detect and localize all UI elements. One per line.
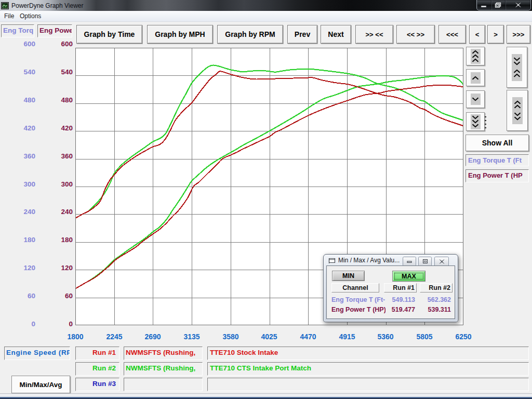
chevron-down-icon [471,94,481,105]
dialog-close-icon [439,259,445,264]
y-tick-torque-300: 300 [9,181,35,188]
prev-button[interactable]: Prev [287,25,317,44]
x-tick-4025: 4025 [251,333,287,340]
step-right-button[interactable]: > [487,25,504,44]
dialog-header-channel[interactable]: Channel [331,283,379,292]
operator-box-2[interactable]: NWMSFTS (Rushing, [124,362,203,376]
y-tick-power-420: 420 [47,125,73,132]
close-button[interactable] [506,0,531,10]
x-tick-5360: 5360 [367,333,404,340]
y-tick-power-480: 480 [47,97,73,104]
maximize-icon [495,2,501,8]
y-tick-torque-240: 240 [9,208,35,216]
tab-eng-power[interactable]: Eng Powe [37,24,72,37]
y-tick-power-0: 0 [47,321,73,328]
scroll-top-button[interactable] [466,47,485,65]
triple-chevron-down-icon [471,114,481,129]
x-tick-6250: 6250 [445,333,482,340]
oscilloscope-app-icon [1,2,9,9]
run-label-box-1[interactable]: Run #1 [75,347,119,360]
y-tick-torque-600: 600 [9,41,35,48]
clipped-control-artifact [485,116,486,129]
y-tick-torque-540: 540 [9,69,35,76]
app-window: PowerDyne Graph Viewer FileOptions Eng T… [0,0,532,399]
x-tick-2245: 2245 [96,333,132,340]
x-tick-5805: 5805 [406,333,443,340]
comment-box-3[interactable] [207,378,529,391]
focus-outline [394,273,423,280]
close-icon [515,2,522,8]
minimize-icon [481,3,487,8]
expand-vertical-button[interactable] [507,90,528,131]
tab-eng-torque[interactable]: Eng Torq [1,24,34,37]
show-all-button[interactable]: Show All [466,135,529,151]
dialog-header-run-1[interactable]: Run #1 [384,283,417,292]
comment-box-2[interactable]: TTE710 CTS Intake Port Match [207,362,529,376]
next-button[interactable]: Next [321,25,351,44]
x-tick-2690: 2690 [135,333,171,340]
dialog-row-run2-value-1: 562.362 [420,296,451,303]
run-label-box-2[interactable]: Run #2 [75,362,119,376]
fast-right-button[interactable]: >>> [507,25,530,44]
step-left-button[interactable]: < [469,25,485,44]
run-label-box-3[interactable]: Run #3 [75,378,119,391]
y-tick-power-180: 180 [47,236,73,244]
y-tick-torque-120: 120 [9,264,35,272]
graph-by-time-button[interactable]: Graph by Time [76,25,142,44]
expand-vertical-icon [512,97,523,124]
dialog-row-channel-1: Eng Torque T (Ft- [331,296,385,303]
y-tick-power-540: 540 [47,69,73,76]
dialog-row-run1-value-2: 519.477 [384,306,415,313]
form-window-icon [328,257,336,264]
x-tick-3580: 3580 [212,333,249,340]
min-max-avg-button[interactable]: Min/Max/Avg [11,376,70,393]
dialog-header-run-2[interactable]: Run #2 [420,283,453,292]
dialog-maximize-button[interactable] [418,257,432,267]
y-tick-power-120: 120 [47,264,73,272]
zoom-in-button[interactable]: >> << [355,25,393,44]
graph-by-rpm-button[interactable]: Graph by RPM [217,25,283,44]
zoom-out-button[interactable]: << >> [396,25,435,44]
chevron-up-icon [471,72,481,84]
min-button[interactable]: MIN [332,271,365,281]
scroll-down-button[interactable] [466,90,485,108]
dialog-minimize-icon [407,259,412,263]
menu-bar: FileOptions [0,11,532,22]
fast-left-button[interactable]: <<< [438,25,466,44]
title-bar: PowerDyne Graph Viewer [0,0,532,11]
y-tick-torque-0: 0 [9,321,35,328]
y-tick-torque-180: 180 [9,236,35,244]
y-tick-torque-420: 420 [9,125,35,132]
x-tick-1800: 1800 [57,333,94,340]
y-tick-torque-480: 480 [9,97,35,104]
operator-box-1[interactable]: NWMSFTS (Rushing, [124,347,203,360]
y-tick-power-60: 60 [47,292,73,300]
maximize-button[interactable] [491,0,506,10]
engine-speed-channel-box[interactable]: Engine Speed (RP [4,347,70,360]
scroll-up-button[interactable] [466,69,485,86]
menu-item-file[interactable]: File [4,12,14,20]
x-tick-4915: 4915 [329,333,365,340]
y-tick-power-360: 360 [47,153,73,160]
dialog-client-area: MIN MAX ChannelRun #1Run #2Eng Torque T … [326,265,455,319]
dialog-row-channel-2: Eng Power T (HP) [331,306,385,313]
dialog-minimize-button[interactable] [403,257,416,267]
channel-box-power[interactable]: Eng Power T (HP [466,169,529,182]
x-tick-4470: 4470 [290,333,326,340]
dialog-title: Min / Max / Avg Valu... [338,257,400,264]
triple-chevron-up-icon [471,49,481,64]
operator-box-3[interactable] [124,378,203,391]
comment-box-1[interactable]: TTE710 Stock Intake [207,347,529,360]
channel-box-torque[interactable]: Eng Torque T (Ft [466,154,529,166]
graph-by-mph-button[interactable]: Graph by MPH [147,25,213,44]
y-tick-power-240: 240 [47,208,73,216]
collapse-vertical-button[interactable] [507,47,527,88]
menu-item-options[interactable]: Options [20,12,41,20]
min-max-avg-dialog[interactable]: Min / Max / Avg Valu... MIN MAX ChannelR… [323,254,458,322]
max-button[interactable]: MAX [392,271,425,282]
y-tick-torque-60: 60 [9,292,35,300]
dialog-row-run1-value-1: 549.113 [384,296,415,303]
scroll-bottom-button[interactable] [466,112,485,131]
minimize-button[interactable] [477,0,491,10]
collapse-vertical-icon [512,54,522,81]
